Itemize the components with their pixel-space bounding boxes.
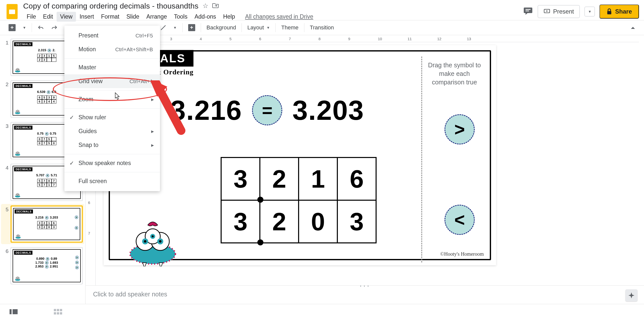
svg-point-18 <box>18 111 19 112</box>
thumbnail[interactable]: DECIMALS><3.216 = 3.20332163203 <box>11 205 83 243</box>
explore-button[interactable] <box>625 289 637 301</box>
star-icon[interactable]: ☆ <box>203 2 208 10</box>
svg-rect-67 <box>54 312 56 314</box>
undo-button[interactable] <box>34 23 48 32</box>
view-menu-item[interactable]: Guides▶ <box>64 124 160 138</box>
view-menu-item[interactable]: ✓Show ruler <box>64 111 160 124</box>
grid-cell: 6 <box>337 157 376 200</box>
svg-point-45 <box>16 278 17 279</box>
svg-rect-68 <box>57 312 59 314</box>
svg-point-34 <box>16 237 21 239</box>
grid-cell: 3 <box>221 157 260 200</box>
left-number: 3.216 <box>170 94 242 126</box>
svg-point-10 <box>16 69 17 70</box>
thumbnail[interactable]: DECIMALS>>>0.890 = 0.891.733 > 1.6932.95… <box>11 247 83 284</box>
speaker-notes[interactable]: • • • Click to add speaker notes <box>86 285 644 304</box>
layout-button[interactable]: Layout▼ <box>244 22 273 33</box>
new-slide-dropdown[interactable]: ▼ <box>19 24 30 32</box>
background-button[interactable]: Background <box>203 22 239 33</box>
comments-icon[interactable] <box>523 6 533 17</box>
symbol-greater-than[interactable]: > <box>445 114 475 144</box>
menu-format[interactable]: Format <box>98 12 123 22</box>
menu-tools[interactable]: Tools <box>171 12 191 22</box>
view-menu-item[interactable]: PresentCtrl+F5 <box>64 29 160 42</box>
slides-logo[interactable] <box>5 3 19 21</box>
menu-arrange[interactable]: Arrange <box>143 12 171 22</box>
view-menu-item[interactable]: Full screen <box>64 174 160 188</box>
svg-point-19 <box>17 111 18 111</box>
svg-point-24 <box>16 153 17 153</box>
share-label: Share <box>615 8 632 15</box>
new-slide-button[interactable]: + <box>5 22 19 33</box>
svg-point-25 <box>18 153 19 153</box>
footer <box>0 304 644 319</box>
symbol-less-than[interactable]: < <box>445 205 475 235</box>
comparison-row: 3.216 = 3.203 <box>170 94 364 126</box>
svg-point-13 <box>15 112 20 114</box>
slide-border: DECIMALS Comparing & Ordering Drag the s… <box>109 50 491 260</box>
svg-rect-64 <box>54 309 56 311</box>
svg-marker-59 <box>143 263 146 267</box>
notes-resize-grip[interactable]: • • • <box>360 284 369 288</box>
menu-file[interactable]: File <box>23 12 39 22</box>
present-button[interactable]: Present <box>538 5 580 18</box>
transition-button[interactable]: Transition <box>306 22 338 33</box>
svg-point-31 <box>16 194 17 195</box>
svg-rect-2 <box>526 9 531 10</box>
move-folder-icon[interactable] <box>212 2 219 10</box>
view-menu-item[interactable]: Snap to▶ <box>64 138 160 152</box>
menu-addons[interactable]: Add-ons <box>191 12 220 22</box>
svg-marker-60 <box>159 263 163 267</box>
doc-title[interactable]: Copy of comparing ordering decimals - th… <box>23 2 198 10</box>
line-dropdown[interactable]: ▼ <box>170 24 180 32</box>
grid-cell: 1 <box>299 157 337 200</box>
grid-cell: 2 <box>260 200 299 243</box>
svg-rect-63 <box>13 309 18 314</box>
grid-cell: 3 <box>221 200 260 243</box>
present-label: Present <box>553 8 574 15</box>
svg-point-6 <box>15 70 20 72</box>
svg-point-38 <box>17 236 18 236</box>
place-value-grid: 3 2 1 6 3 2 0 3 <box>221 157 377 243</box>
filmstrip-view-button[interactable] <box>9 308 18 315</box>
svg-point-54 <box>144 240 146 243</box>
svg-point-20 <box>15 154 20 156</box>
present-dropdown[interactable]: ▼ <box>584 7 595 17</box>
placed-symbol[interactable]: = <box>252 95 282 125</box>
svg-point-32 <box>18 194 19 195</box>
svg-point-40 <box>18 235 18 236</box>
view-menu-item[interactable]: MotionCtrl+Alt+Shift+B <box>64 42 160 56</box>
collapse-toolbar-button[interactable] <box>627 24 639 31</box>
view-menu-item[interactable]: Grid viewCtrl+Alt+1 <box>64 74 160 88</box>
redo-button[interactable] <box>48 23 61 32</box>
add-comment-button[interactable]: + <box>185 22 199 33</box>
slide[interactable]: DECIMALS Comparing & Ordering Drag the s… <box>104 45 496 265</box>
present-icon <box>544 9 550 14</box>
grid-view-button[interactable] <box>53 308 62 315</box>
svg-rect-62 <box>10 309 12 314</box>
svg-rect-1 <box>9 10 15 14</box>
svg-rect-5 <box>607 11 611 14</box>
view-menu-item[interactable]: Master <box>64 61 160 74</box>
menu-insert[interactable]: Insert <box>76 12 98 22</box>
notes-placeholder: Click to add speaker notes <box>93 291 167 298</box>
menu-edit[interactable]: Edit <box>39 12 57 22</box>
share-button[interactable]: Share <box>599 5 639 19</box>
menu-slide[interactable]: Slide <box>123 12 143 22</box>
svg-point-12 <box>17 69 18 69</box>
save-status[interactable]: All changes saved in Drive <box>245 13 313 20</box>
right-number: 3.203 <box>292 94 364 126</box>
view-menu-item[interactable]: ✓Show speaker notes <box>64 156 160 170</box>
view-menu-dropdown: PresentCtrl+F5MotionCtrl+Alt+Shift+BMast… <box>64 26 160 191</box>
svg-point-11 <box>18 69 19 70</box>
plus-icon: + <box>9 24 16 31</box>
menu-help[interactable]: Help <box>220 12 238 22</box>
svg-point-47 <box>17 277 18 278</box>
menu-view[interactable]: View <box>57 12 76 22</box>
svg-point-17 <box>16 111 17 112</box>
view-menu-item[interactable]: Zoom▶ <box>64 92 160 106</box>
canvas[interactable]: 12345678910111213 1234567 DECIMALS Compa… <box>86 35 644 304</box>
theme-button[interactable]: Theme <box>278 22 302 33</box>
svg-rect-3 <box>526 11 529 11</box>
menu-bar: File Edit View Insert Format Slide Arran… <box>23 12 523 22</box>
